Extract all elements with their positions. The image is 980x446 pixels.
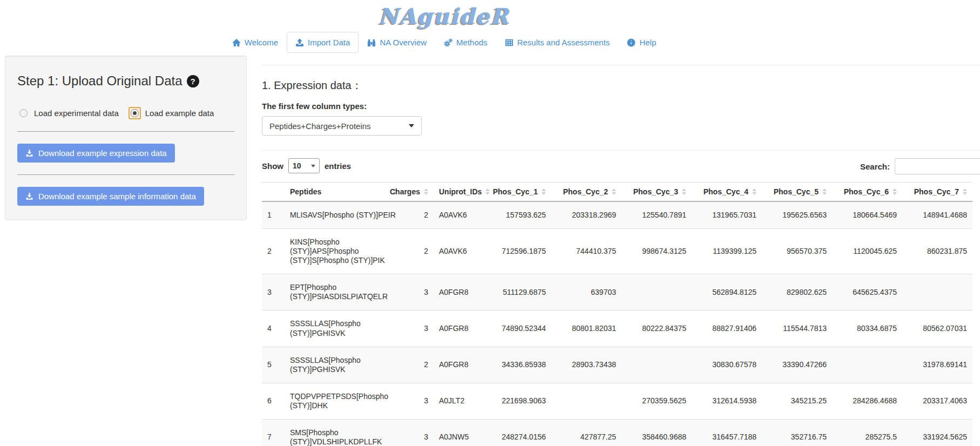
table-row[interactable]: 4SSSSLLAS[Phospho (STY)]PGHISVK3A0FGR874… <box>262 310 972 347</box>
radio-load-example-data[interactable]: Load example data <box>129 107 214 119</box>
column-types-selected-value: Peptides+Charges+Proteins <box>269 121 371 131</box>
upload-icon <box>295 38 304 47</box>
table-cell: MLISAVS[Phospho (STY)]PEIR <box>285 201 402 229</box>
column-header-label: Phos_Cyc_4 <box>704 187 748 196</box>
table-cell: A0FGR8 <box>434 347 481 383</box>
column-header-phos_cyc_3[interactable]: Phos_Cyc_3 <box>621 183 692 202</box>
table-cell: A0FGR8 <box>434 310 481 347</box>
column-types-select[interactable]: Peptides+Charges+Proteins <box>262 116 422 136</box>
table-cell: 3 <box>402 274 434 310</box>
column-header-phos_cyc_1[interactable]: Phos_Cyc_1 <box>481 183 551 202</box>
row-index-cell: 1 <box>262 201 285 229</box>
table-cell: A0JNW5 <box>434 419 481 446</box>
sort-icon <box>893 188 897 195</box>
download-sample-info-label: Download example sample information data <box>38 192 196 201</box>
table-cell <box>832 347 902 383</box>
gears-icon <box>444 38 452 47</box>
download-expression-data-button[interactable]: Download example expression data <box>17 144 175 163</box>
table-row[interactable]: 7SMS[Phospho (STY)]VDLSHIPLKDPLLFK3A0JNW… <box>262 419 972 446</box>
table-cell: 1120045.625 <box>832 229 902 274</box>
row-index-cell: 3 <box>262 274 285 310</box>
download-icon <box>25 192 33 200</box>
column-header-peptides[interactable]: Peptides <box>285 183 402 202</box>
tab-help[interactable]: Help <box>618 32 665 53</box>
table-cell: 285275.5 <box>832 419 902 446</box>
column-header-phos_cyc_6[interactable]: Phos_Cyc_6 <box>832 183 902 202</box>
tab-methods[interactable]: Methods <box>435 32 496 53</box>
column-header-phos_cyc_2[interactable]: Phos_Cyc_2 <box>551 183 621 202</box>
table-row[interactable]: 5SSSSLLAS[Phospho (STY)]PGHISVK2A0FGR834… <box>262 347 972 383</box>
column-types-label: The first few column types: <box>262 102 980 111</box>
app-logo: NAguideR <box>0 0 888 29</box>
row-index-cell: 7 <box>262 419 285 446</box>
column-header-phos_cyc_5[interactable]: Phos_Cyc_5 <box>762 183 832 202</box>
section-title: 1. Expression data： <box>262 78 980 93</box>
download-icon <box>25 149 33 157</box>
column-header-phos_cyc_4[interactable]: Phos_Cyc_4 <box>692 183 762 202</box>
row-index-cell: 5 <box>262 347 285 383</box>
panel-title: Step 1: Upload Original Data ? <box>17 73 234 89</box>
table-cell: 352716.75 <box>762 419 832 446</box>
table-row[interactable]: 6TQDPVPPETPSDS[Phospho (STY)]DHK3A0JLT22… <box>262 383 972 419</box>
table-cell: 2 <box>402 229 434 274</box>
column-header-label: Phos_Cyc_5 <box>774 187 819 196</box>
table-cell: 345215.25 <box>762 383 832 419</box>
table-cell <box>621 347 692 383</box>
column-header-phos_cyc_7[interactable]: Phos_Cyc_7 <box>902 183 972 202</box>
panel-title-text: Step 1: Upload Original Data <box>17 73 183 89</box>
tab-welcome[interactable]: Welcome <box>224 32 287 53</box>
table-cell: 195625.6563 <box>762 201 832 229</box>
table-cell: 88827.91406 <box>692 310 762 347</box>
radio-button[interactable] <box>129 107 141 119</box>
table-cell: SSSSLLAS[Phospho (STY)]PGHISVK <box>285 347 402 383</box>
table-cell: 80334.6875 <box>832 310 902 347</box>
tab-import-data[interactable]: Import Data <box>287 32 359 53</box>
table-cell: 511129.6875 <box>481 274 551 310</box>
chevron-down-icon <box>311 165 315 167</box>
table-cell: A0AVK6 <box>434 201 481 229</box>
table-cell: 203317.4063 <box>902 383 972 419</box>
help-question-icon[interactable]: ? <box>187 75 199 87</box>
table-cell: 248274.0156 <box>481 419 551 446</box>
expression-table-body: 1MLISAVS[Phospho (STY)]PEIR2A0AVK6157593… <box>262 201 972 446</box>
home-icon <box>232 38 241 47</box>
column-header-label: Uniprot_IDs <box>439 187 482 196</box>
table-cell: KINS[Phospho (STY)]APS[Phospho (STY)]S[P… <box>285 229 402 274</box>
radio-load-experimental-data[interactable]: Load experimental data <box>17 107 119 119</box>
sidebar: Step 1: Upload Original Data ? Load expe… <box>5 56 247 220</box>
column-header-label: Phos_Cyc_3 <box>633 187 678 196</box>
search-label: Search: <box>860 162 890 171</box>
table-cell: 744410.375 <box>551 229 621 274</box>
column-header-uniprot_ids[interactable]: Uniprot_IDs <box>434 183 481 202</box>
sort-icon <box>682 188 686 195</box>
table-cell: 1139399.125 <box>692 229 762 274</box>
table-cell: 34336.85938 <box>481 347 551 383</box>
table-row[interactable]: 1MLISAVS[Phospho (STY)]PEIR2A0AVK6157593… <box>262 201 972 229</box>
table-row[interactable]: 3EPT[Phospho (STY)]PSIASDISLPIATQELR3A0F… <box>262 274 972 310</box>
row-index-cell: 6 <box>262 383 285 419</box>
data-source-radio-group: Load experimental dataLoad example data <box>17 107 234 119</box>
table-cell: 358460.9688 <box>621 419 692 446</box>
expression-table-header: PeptidesChargesUniprot_IDsPhos_Cyc_1Phos… <box>262 183 972 202</box>
tab-label: Welcome <box>245 38 278 47</box>
table-cell: 562894.8125 <box>692 274 762 310</box>
download-sample-info-button[interactable]: Download example sample information data <box>17 187 204 206</box>
table-cell: 148941.4688 <box>902 201 972 229</box>
table-row[interactable]: 2KINS[Phospho (STY)]APS[Phospho (STY)]S[… <box>262 229 972 274</box>
table-cell: 645625.4375 <box>832 274 902 310</box>
tab-na-overview[interactable]: NA Overview <box>359 32 435 53</box>
table-cell: 3 <box>402 310 434 347</box>
radio-button[interactable] <box>17 107 30 119</box>
table-cell: 30830.67578 <box>692 347 762 383</box>
column-header-label: Peptides <box>290 187 321 196</box>
tab-label: Import Data <box>308 38 350 47</box>
column-header-label: Phos_Cyc_1 <box>493 187 538 196</box>
column-header-charges[interactable]: Charges <box>402 183 434 202</box>
page-length-select[interactable]: 10 <box>288 158 320 173</box>
tab-label: NA Overview <box>380 38 427 47</box>
search-input[interactable] <box>895 158 980 174</box>
tab-results-and-assessments[interactable]: Results and Assessments <box>496 32 619 53</box>
info-icon <box>627 38 636 47</box>
table-cell <box>621 274 692 310</box>
table-cell: 74890.52344 <box>481 310 551 347</box>
